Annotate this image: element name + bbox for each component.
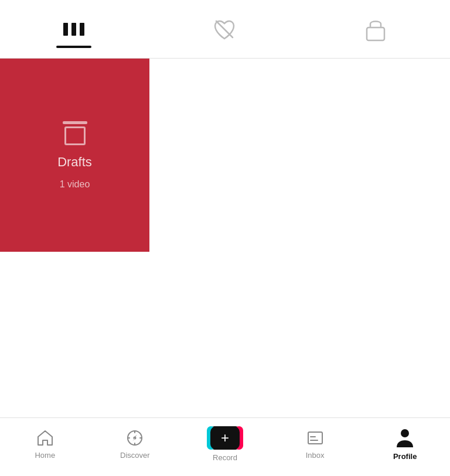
inbox-icon <box>306 429 325 447</box>
record-icon: + <box>209 426 241 450</box>
record-label: Record <box>213 453 237 462</box>
drafts-count: 1 video <box>60 179 90 190</box>
svg-rect-11 <box>308 432 322 444</box>
main-content: Drafts 1 video <box>0 59 450 417</box>
favorites-button[interactable] <box>210 16 238 42</box>
svg-point-14 <box>401 429 409 437</box>
menu-button[interactable] <box>63 21 84 37</box>
nav-home[interactable]: Home <box>22 429 69 460</box>
drafts-label: Drafts <box>57 155 92 170</box>
profile-label: Profile <box>393 452 417 461</box>
bottom-nav: Home Discover + <box>0 417 450 476</box>
nav-record[interactable]: + Record <box>202 426 248 462</box>
trash-icon <box>63 121 87 145</box>
profile-icon <box>396 427 414 448</box>
drafts-card[interactable]: Drafts 1 video <box>0 59 149 252</box>
lock-button[interactable] <box>364 16 387 43</box>
nav-profile[interactable]: Profile <box>381 427 428 461</box>
home-icon <box>36 429 54 447</box>
nav-inbox[interactable]: Inbox <box>292 429 339 460</box>
discover-label: Discover <box>120 451 150 460</box>
svg-rect-0 <box>63 23 68 36</box>
home-label: Home <box>35 451 55 460</box>
svg-rect-2 <box>80 23 84 36</box>
svg-rect-4 <box>367 28 384 40</box>
svg-rect-1 <box>71 23 76 36</box>
nav-discover[interactable]: Discover <box>111 429 158 460</box>
inbox-label: Inbox <box>306 451 325 460</box>
top-toolbar <box>0 0 450 59</box>
discover-icon <box>125 429 144 447</box>
